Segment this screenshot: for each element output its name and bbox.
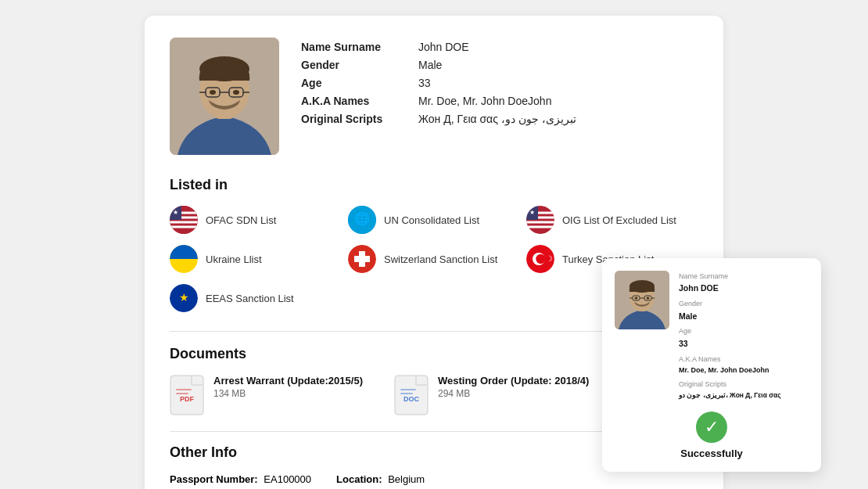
- list-item: Ukraine Llist: [170, 245, 342, 273]
- passport-value: EA100000: [264, 473, 311, 485]
- popup-scripts-label: Original Scripts: [679, 379, 809, 390]
- profile-info: Name Surname John DOE Gender Male Age 33…: [301, 38, 698, 155]
- svg-rect-41: [176, 393, 188, 394]
- svg-text:★: ★: [179, 291, 189, 304]
- scripts-row: Original Scripts تبریزی، جون دو، Жон Д, …: [301, 113, 698, 125]
- svg-text:🌐: 🌐: [354, 211, 370, 226]
- list-item: Switzerland Sanction List: [348, 245, 520, 273]
- scripts-label: Original Scripts: [301, 113, 418, 125]
- svg-rect-14: [170, 221, 198, 224]
- location-info: Location: Belgium: [336, 473, 425, 485]
- list-item-label: Ukraine Llist: [206, 253, 262, 265]
- location-label: Location:: [336, 473, 382, 485]
- list-item-label: UN Consolidated List: [384, 214, 479, 226]
- svg-point-10: [233, 90, 239, 95]
- popup-name-label: Name Surname: [679, 271, 809, 282]
- listed-in-title: Listed in: [170, 177, 698, 193]
- doc-size: 134 MB: [213, 388, 363, 399]
- svg-text:★: ★: [173, 209, 178, 216]
- popup-age-value: 33: [679, 337, 809, 351]
- doc-size: 294 MB: [438, 388, 589, 399]
- success-icon: ✓: [696, 412, 727, 443]
- svg-rect-45: [400, 393, 413, 394]
- svg-point-55: [635, 297, 638, 300]
- profile-header: Name Surname John DOE Gender Male Age 33…: [170, 38, 698, 155]
- doc-name: Westing Order (Update: 2018/4): [438, 375, 589, 387]
- other-info-details: Passport Number: EA100000 Location: Belg…: [170, 473, 698, 485]
- svg-rect-40: [176, 389, 192, 390]
- eu-flag-icon: ★: [170, 284, 198, 312]
- svg-rect-31: [354, 256, 370, 262]
- svg-point-56: [647, 297, 650, 300]
- aka-value: Mr. Doe, Mr. John DoeJohn: [418, 95, 551, 107]
- turkey-flag-icon: ☽: [526, 245, 554, 273]
- list-item-label: Switzerland Sanction List: [384, 253, 497, 265]
- popup-scripts-value: تبریزی، جون دو، Жон Д, Γεια σας: [679, 390, 809, 401]
- svg-rect-44: [400, 389, 416, 390]
- popup-aka-label: A.K.A Names: [679, 354, 809, 365]
- gender-value: Male: [418, 59, 442, 71]
- pdf-icon: PDF: [170, 375, 204, 415]
- gender-row: Gender Male: [301, 59, 698, 71]
- name-value: John DOE: [418, 41, 469, 53]
- name-row: Name Surname John DOE: [301, 41, 698, 53]
- age-row: Age 33: [301, 77, 698, 89]
- aka-row: A.K.A Names Mr. Doe, Mr. John DoeJohn: [301, 95, 698, 107]
- list-item-label: EEAS Sanction List: [206, 293, 294, 304]
- switzerland-flag-icon: [348, 245, 376, 273]
- doc-info: Westing Order (Update: 2018/4) 294 MB: [438, 375, 589, 399]
- age-value: 33: [418, 77, 431, 89]
- doc-name: Arrest Warrant (Update:2015/5): [213, 375, 363, 387]
- svg-text:PDF: PDF: [180, 395, 195, 403]
- doc-info: Arrest Warrant (Update:2015/5) 134 MB: [213, 375, 363, 399]
- passport-label: Passport Number:: [170, 473, 258, 485]
- svg-text:DOC: DOC: [404, 395, 420, 403]
- success-text: Successfully: [615, 448, 809, 459]
- passport-info: Passport Number: EA100000: [170, 473, 311, 485]
- svg-point-9: [210, 90, 216, 95]
- ukraine-flag-icon: [170, 245, 198, 273]
- success-area: ✓ Successfully: [615, 412, 809, 459]
- un-flag-icon: 🌐: [348, 206, 376, 234]
- location-value: Belgium: [388, 473, 425, 485]
- svg-rect-15: [170, 226, 198, 228]
- gender-label: Gender: [301, 59, 418, 71]
- checkmark-icon: ✓: [705, 417, 719, 437]
- popup-aka-value: Mr. Doe, Mr. John DoeJohn: [679, 365, 809, 376]
- svg-text:★: ★: [529, 209, 535, 216]
- svg-text:☽: ☽: [546, 254, 553, 263]
- doc-item-doc: DOC Westing Order (Update: 2018/4) 294 M…: [394, 375, 589, 415]
- list-item: ★ OFAC SDN List: [170, 206, 342, 234]
- svg-rect-25: [526, 226, 554, 228]
- scripts-value: تبریزی، جون دو، Жон Д, Γεια σας: [418, 113, 576, 125]
- popup-profile: Name Surname John DOE Gender Male Age 33…: [615, 271, 809, 404]
- popup-gender-label: Gender: [679, 298, 809, 309]
- popup-photo: [615, 271, 669, 329]
- svg-rect-24: [526, 221, 554, 224]
- list-item: ★ EEAS Sanction List: [170, 284, 342, 312]
- doc-item-pdf: PDF Arrest Warrant (Update:2015/5) 134 M…: [170, 375, 363, 415]
- us-flag-icon-2: ★: [526, 206, 554, 234]
- age-label: Age: [301, 77, 418, 89]
- doc-icon: DOC: [394, 375, 429, 415]
- name-label: Name Surname: [301, 41, 418, 53]
- profile-photo: [170, 38, 279, 155]
- aka-label: A.K.A Names: [301, 95, 418, 107]
- list-item: ★ OIG List Of Excluded List: [526, 206, 698, 234]
- svg-point-34: [536, 254, 545, 264]
- list-item: 🌐 UN Consolidated List: [348, 206, 520, 234]
- popup-name-value: John DOE: [679, 282, 809, 295]
- popup-gender-value: Male: [679, 310, 809, 323]
- list-item-label: OFAC SDN List: [206, 214, 276, 226]
- popup-card: Name Surname John DOE Gender Male Age 33…: [602, 258, 821, 472]
- popup-details: Name Surname John DOE Gender Male Age 33…: [679, 271, 809, 404]
- us-flag-icon: ★: [170, 206, 198, 234]
- list-item-label: OIG List Of Excluded List: [562, 214, 676, 226]
- popup-age-label: Age: [679, 325, 809, 336]
